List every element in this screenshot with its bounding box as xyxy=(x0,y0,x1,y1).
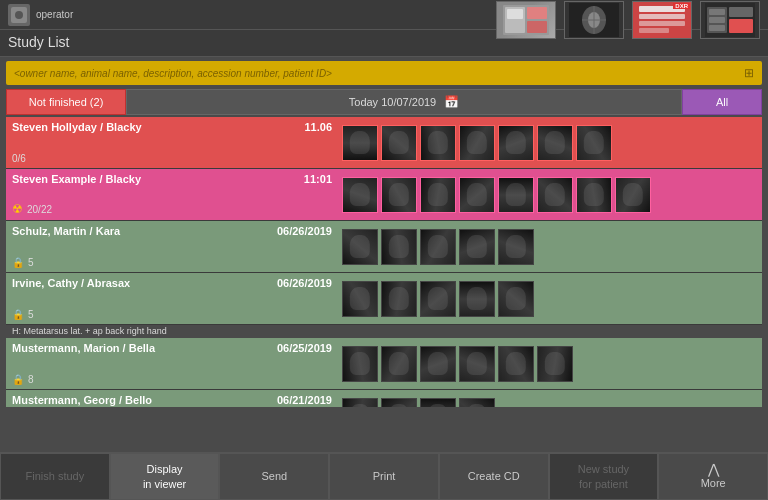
thumbnail[interactable] xyxy=(576,125,612,161)
svg-rect-21 xyxy=(709,9,725,15)
send-button[interactable]: Send xyxy=(219,453,329,500)
table-row[interactable]: Irvine, Cathy / Abrasax🔒506/26/2019 xyxy=(6,273,762,325)
study-meta: ☢20/22 xyxy=(12,202,260,216)
thumbnail[interactable] xyxy=(342,125,378,161)
thumbnail[interactable] xyxy=(381,125,417,161)
table-row[interactable]: Steven Hollyday / Blacky0/611.06 xyxy=(6,117,762,169)
thumbnail[interactable] xyxy=(342,398,378,408)
xray-nav[interactable]: x-ray xyxy=(564,0,624,39)
thumbnail[interactable] xyxy=(381,229,417,265)
study-row-wrapper: Schulz, Martin / Kara🔒506/26/2019 xyxy=(6,221,762,273)
more-button[interactable]: ⋀ More xyxy=(658,453,768,500)
thumbnail[interactable] xyxy=(420,229,456,265)
study-meta: 0/6 xyxy=(12,153,260,164)
study-time: 11:01 xyxy=(266,169,336,220)
study-row-wrapper: Mustermann, Marion / Bella🔒806/25/2019 xyxy=(6,338,762,390)
study-time: 11.06 xyxy=(266,117,336,168)
study-thumbnails xyxy=(336,169,762,220)
search-input[interactable] xyxy=(14,68,744,79)
thumbnail[interactable] xyxy=(342,346,378,382)
study-row-wrapper: Irvine, Cathy / Abrasax🔒506/26/2019H: Me… xyxy=(6,273,762,338)
thumbnail[interactable] xyxy=(459,398,495,408)
thumbnail[interactable] xyxy=(420,125,456,161)
thumbnail[interactable] xyxy=(498,346,534,382)
study-thumbnails xyxy=(336,390,762,407)
dxr-badge: DXR xyxy=(673,3,690,9)
study-name: Steven Example / Blacky xyxy=(12,173,260,185)
study-name: Irvine, Cathy / Abrasax xyxy=(12,277,260,289)
study-info: Steven Example / Blacky☢20/22 xyxy=(6,169,266,220)
filter-tabs: Not finished (2) Today 10/07/2019 📅 All xyxy=(6,89,762,115)
filter-not-finished[interactable]: Not finished (2) xyxy=(6,89,126,115)
thumbnail[interactable] xyxy=(498,229,534,265)
thumbnail[interactable] xyxy=(615,177,651,213)
app-logo xyxy=(8,4,30,26)
thumbnail[interactable] xyxy=(498,281,534,317)
management-icon-box xyxy=(700,1,760,39)
thumbnail[interactable] xyxy=(342,177,378,213)
thumbnail[interactable] xyxy=(381,177,417,213)
study-row-wrapper: Steven Example / Blacky☢20/2211:01 xyxy=(6,169,762,221)
lock-icon: 🔒 xyxy=(12,374,24,385)
thumbnail[interactable] xyxy=(381,281,417,317)
study-thumbnails xyxy=(336,273,762,324)
table-row[interactable]: Schulz, Martin / Kara🔒506/26/2019 xyxy=(6,221,762,273)
study-time: 06/26/2019 xyxy=(266,221,336,272)
finish-study-button[interactable]: Finish study xyxy=(0,453,110,500)
svg-rect-15 xyxy=(639,21,685,26)
svg-rect-4 xyxy=(527,7,547,19)
study-thumbnails xyxy=(336,338,762,389)
study-info: Schulz, Martin / Kara🔒5 xyxy=(6,221,266,272)
lista-nav[interactable]: lista DXR xyxy=(632,0,692,39)
search-icon[interactable]: ⊞ xyxy=(744,66,754,80)
thumbnail[interactable] xyxy=(420,346,456,382)
thumbnail[interactable] xyxy=(498,125,534,161)
study-time: 06/25/2019 xyxy=(266,338,336,389)
image-count: 5 xyxy=(28,257,34,268)
study-row-wrapper: Steven Hollyday / Blacky0/611.06 xyxy=(6,117,762,169)
search-bar[interactable]: ⊞ xyxy=(6,61,762,85)
thumbnail[interactable] xyxy=(459,346,495,382)
thumbnail[interactable] xyxy=(420,281,456,317)
thumbnail[interactable] xyxy=(537,346,573,382)
svg-rect-6 xyxy=(507,9,523,19)
svg-point-1 xyxy=(15,11,23,19)
filter-today[interactable]: Today 10/07/2019 📅 xyxy=(126,89,682,115)
thumbnail[interactable] xyxy=(576,177,612,213)
svg-rect-23 xyxy=(709,25,725,31)
display-in-viewer-button[interactable]: Display in viewer xyxy=(110,453,220,500)
image-count: 20/22 xyxy=(27,204,52,215)
study-time: 06/21/2019 xyxy=(266,390,336,407)
thumbnail[interactable] xyxy=(498,177,534,213)
create-cd-button[interactable]: Create CD xyxy=(439,453,549,500)
thumbnail[interactable] xyxy=(342,281,378,317)
study-info: Mustermann, Georg / Bello🔒4 xyxy=(6,390,266,407)
thumbnail[interactable] xyxy=(537,177,573,213)
thumbnail[interactable] xyxy=(459,177,495,213)
study-meta: 🔒5 xyxy=(12,309,260,320)
thumbnail[interactable] xyxy=(381,346,417,382)
svg-rect-16 xyxy=(639,28,669,33)
table-row[interactable]: Mustermann, Georg / Bello🔒406/21/2019 xyxy=(6,390,762,407)
thumbnail[interactable] xyxy=(420,398,456,408)
study-list: Steven Hollyday / Blacky0/611.06Steven E… xyxy=(6,117,762,407)
study-name: Mustermann, Georg / Bello xyxy=(12,394,260,406)
table-row[interactable]: Steven Example / Blacky☢20/2211:01 xyxy=(6,169,762,221)
svg-rect-19 xyxy=(729,7,753,17)
study-name: Steven Hollyday / Blacky xyxy=(12,121,260,133)
thumbnail[interactable] xyxy=(459,281,495,317)
thumbnail[interactable] xyxy=(342,229,378,265)
lock-icon: 🔒 xyxy=(12,257,24,268)
management-nav[interactable]: management xyxy=(700,0,760,39)
study-info: Steven Hollyday / Blacky0/6 xyxy=(6,117,266,168)
thumbnail[interactable] xyxy=(537,125,573,161)
thumbnail[interactable] xyxy=(459,229,495,265)
print-button[interactable]: Print xyxy=(329,453,439,500)
thumbnail[interactable] xyxy=(459,125,495,161)
table-row[interactable]: Mustermann, Marion / Bella🔒806/25/2019 xyxy=(6,338,762,390)
thumbnail[interactable] xyxy=(381,398,417,408)
new-study-button[interactable]: New study for patient xyxy=(549,453,659,500)
patient-nav[interactable]: patient xyxy=(496,0,556,39)
filter-all[interactable]: All xyxy=(682,89,762,115)
thumbnail[interactable] xyxy=(420,177,456,213)
